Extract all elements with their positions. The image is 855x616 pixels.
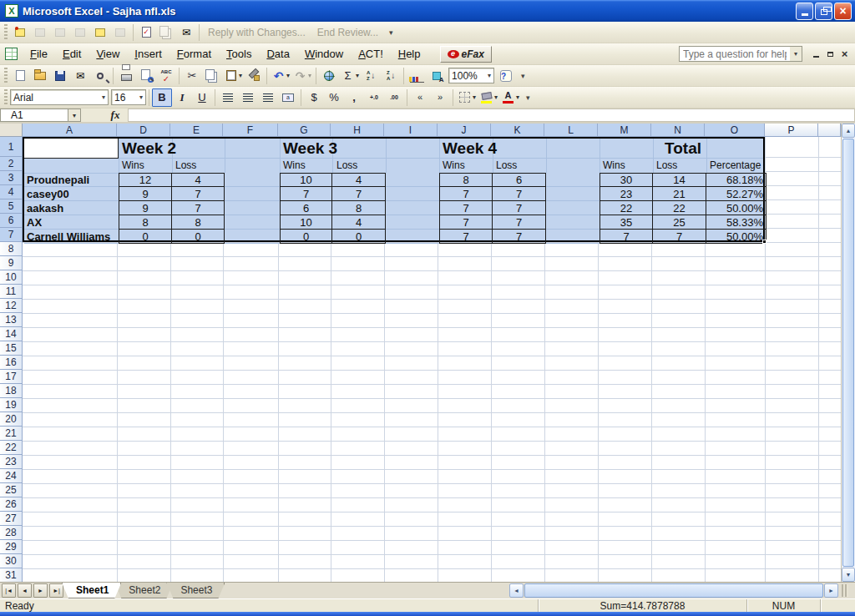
fill-color-button[interactable]: ▾ [478,88,499,107]
column-header-F[interactable]: F [223,124,278,137]
show-all-comments-button[interactable] [90,23,110,42]
cell-A6[interactable]: AX [24,215,119,230]
row-header-3[interactable]: 3 [0,171,23,185]
row-header-16[interactable]: 16 [0,356,23,370]
cell-H7[interactable]: 0 [332,230,386,244]
toolbar-grip[interactable] [4,89,8,106]
cell-K3[interactable]: 6 [493,173,546,187]
cell-M7[interactable]: 7 [600,230,653,244]
workbook-minimize-button[interactable] [809,48,823,60]
help-button[interactable] [496,67,516,85]
cell-H2[interactable]: Loss [336,159,357,171]
cell-N6[interactable]: 25 [653,215,706,230]
help-question-input[interactable] [680,48,790,60]
row-header-10[interactable]: 10 [0,270,23,285]
row-header-24[interactable]: 24 [0,469,23,483]
cell-G1[interactable]: Week 3 [283,139,337,158]
scroll-down-button[interactable]: ▼ [842,568,855,582]
cell-H4[interactable]: 7 [332,187,386,201]
toolbar-options-arrow[interactable]: ▾ [526,93,530,102]
column-header-E[interactable]: E [170,124,223,137]
row-header-1[interactable]: 1 [0,137,23,157]
drawing-button[interactable] [427,67,447,85]
column-header-I[interactable]: I [384,124,438,137]
chevron-down-icon[interactable]: ▾ [239,72,242,79]
font-color-button[interactable]: ▾ [499,88,521,107]
vertical-scroll-thumb[interactable] [842,139,854,567]
toolbar-grip[interactable] [4,68,8,84]
row-header-6[interactable]: 6 [0,214,23,228]
row-header-14[interactable]: 14 [0,327,23,341]
name-box[interactable]: A1 [0,109,68,122]
cell-L4[interactable] [546,187,600,201]
cell-E3[interactable]: 4 [172,173,225,187]
cells-area[interactable]: Week 2 Week 3 Week 4 Total Wins Loss Win… [23,137,841,582]
copy-button[interactable] [202,67,222,85]
tab-split-handle[interactable] [842,584,848,597]
tab-sheet1[interactable]: Sheet1 [62,583,121,598]
selected-range-A1-O7[interactable]: Week 2 Week 3 Week 4 Total Wins Loss Win… [23,137,765,242]
cell-K5[interactable]: 7 [493,201,546,215]
menu-act[interactable]: ACT! [351,44,391,63]
cell-M1-total[interactable]: Total [600,139,766,158]
cell-D4[interactable]: 9 [119,187,172,201]
column-header-L[interactable]: L [544,124,598,137]
row-header-9[interactable]: 9 [0,256,23,270]
paste-button[interactable]: ▾ [222,67,244,85]
row-header-18[interactable]: 18 [0,384,23,398]
cell-D2[interactable]: Wins [122,159,144,171]
cell-M6[interactable]: 35 [600,215,653,230]
send-update-button[interactable]: ✉ [176,23,196,42]
decrease-decimal-button[interactable] [384,88,404,107]
scroll-up-button[interactable]: ▲ [842,124,855,138]
name-box-dropdown[interactable]: ▾ [68,109,81,122]
row-header-15[interactable]: 15 [0,341,23,356]
row-header-21[interactable]: 21 [0,427,23,441]
cell-A3[interactable]: Proudnepali [24,173,119,187]
cell-H6[interactable]: 4 [332,215,386,230]
cell-A4[interactable]: casey00 [24,187,119,201]
cell-J5[interactable]: 7 [439,201,493,215]
cell-O3[interactable]: 68.18% [706,173,766,187]
save-button[interactable] [50,67,70,85]
row-header-2[interactable]: 2 [0,157,23,171]
menu-insert[interactable]: Insert [127,44,169,63]
cell-N2[interactable]: Loss [656,159,677,171]
cell-M3[interactable]: 30 [600,173,653,187]
chevron-down-icon[interactable]: ▾ [494,93,498,101]
cell-H3[interactable]: 4 [332,173,386,187]
insert-hyperlink-button[interactable] [319,67,339,85]
cell-D7[interactable]: 0 [119,230,172,244]
close-button[interactable] [834,3,852,20]
cell-L3[interactable] [546,173,600,187]
cell-F5[interactable] [225,201,280,215]
new-document-button[interactable] [10,67,30,85]
row-header-28[interactable]: 28 [0,526,23,540]
row-header-17[interactable]: 17 [0,370,23,384]
menu-view[interactable]: View [89,44,127,63]
formula-input[interactable] [128,109,855,122]
increase-indent-button[interactable] [430,88,450,107]
comma-button[interactable]: , [344,88,364,107]
cell-F7[interactable] [225,230,280,244]
column-header-partial[interactable] [818,124,841,137]
cell-K7[interactable]: 7 [493,230,546,244]
cell-A7[interactable]: Carnell Williams [24,230,119,244]
cell-D6[interactable]: 8 [119,215,172,230]
row-header-13[interactable]: 13 [0,313,23,327]
end-review-button[interactable]: End Review... [317,27,378,38]
menu-data[interactable]: Data [259,44,296,63]
align-right-button[interactable] [258,88,278,107]
cell-K6[interactable]: 7 [493,215,546,230]
cell-J6[interactable]: 7 [439,215,493,230]
cell-I5[interactable] [386,201,439,215]
row-header-12[interactable]: 12 [0,299,23,313]
underline-button[interactable]: U [192,88,212,107]
cell-A1-active[interactable] [24,139,119,159]
chevron-down-icon[interactable]: ▾ [488,72,491,79]
cell-J2[interactable]: Wins [443,159,465,171]
row-header-26[interactable]: 26 [0,497,23,512]
cell-I4[interactable] [386,187,439,201]
restore-button[interactable] [815,3,832,20]
scroll-right-button[interactable]: ► [824,583,838,598]
